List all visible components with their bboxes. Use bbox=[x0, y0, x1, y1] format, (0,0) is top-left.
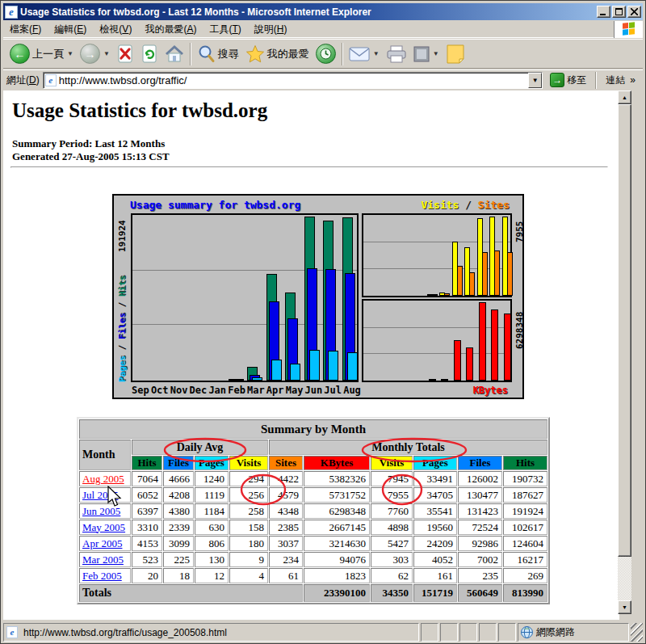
search-icon bbox=[197, 44, 216, 64]
messenger-button[interactable] bbox=[443, 41, 468, 67]
monthly-totals-group-header: Monthly Totals bbox=[269, 440, 547, 455]
menu-view[interactable]: 檢視(V) bbox=[93, 21, 138, 38]
menu-bar: 檔案(F) 編輯(E) 檢視(V) 我的最愛(A) 工具(T) 說明(H) bbox=[3, 21, 643, 38]
toolbar-separator bbox=[190, 43, 191, 65]
x-tick-label: May bbox=[285, 385, 304, 396]
month-cell: May 2005 bbox=[79, 520, 131, 535]
table-cell: 92986 bbox=[458, 536, 502, 551]
month-link[interactable]: Apr 2005 bbox=[82, 537, 122, 549]
links-button[interactable]: 連結 » bbox=[602, 71, 640, 90]
table-cell: 20 bbox=[132, 568, 162, 583]
bar-sites bbox=[469, 272, 475, 296]
forward-dropdown-icon[interactable]: ▼ bbox=[103, 50, 110, 57]
links-chevron-icon: » bbox=[630, 74, 636, 86]
back-button[interactable]: ← 上一頁 ▼ bbox=[6, 41, 77, 67]
edit-dropdown-icon[interactable]: ▼ bbox=[433, 50, 439, 57]
table-cell: 158 bbox=[229, 520, 268, 535]
x-tick-label: Oct bbox=[150, 385, 170, 396]
favorites-button[interactable]: 我的最愛 bbox=[242, 41, 313, 67]
zone-label: 網際網路 bbox=[536, 625, 575, 639]
month-cell: Jul 2005 bbox=[79, 487, 131, 503]
table-cell: 9 bbox=[229, 552, 268, 567]
page-content: Usage Statistics for twbsd.org Summary P… bbox=[3, 90, 619, 620]
resize-grip[interactable] bbox=[631, 623, 643, 642]
status-pane bbox=[440, 623, 458, 642]
table-cell: 35541 bbox=[413, 503, 457, 519]
x-tick-label: Apr bbox=[266, 385, 285, 396]
month-link[interactable]: Feb 2005 bbox=[82, 570, 122, 582]
table-cell: 294 bbox=[229, 471, 268, 486]
mail-button[interactable]: ▼ bbox=[346, 41, 383, 67]
kbytes-axis-label: KBytes bbox=[473, 385, 508, 396]
refresh-button[interactable] bbox=[137, 41, 162, 67]
table-cell: 4 bbox=[229, 568, 268, 583]
menu-help[interactable]: 說明(H) bbox=[248, 21, 294, 38]
back-dropdown-icon[interactable]: ▼ bbox=[67, 50, 73, 57]
table-cell: 191924 bbox=[503, 503, 547, 519]
table-row: Jun 200563974380118425843486298348776035… bbox=[79, 503, 547, 519]
menu-favorites[interactable]: 我的最愛(A) bbox=[138, 21, 203, 38]
table-cell: 7002 bbox=[458, 552, 502, 567]
go-button[interactable]: → 移至 bbox=[546, 71, 590, 90]
status-pane bbox=[479, 623, 497, 642]
bar-kbytes bbox=[454, 340, 461, 381]
menu-edit[interactable]: 編輯(E) bbox=[48, 21, 93, 38]
totals-cell: 813990 bbox=[503, 584, 547, 602]
summary-by-month-table: Summary by Month Month Daily Avg Monthly… bbox=[77, 417, 550, 604]
left-axis-series-label: Pages / Files / Hits bbox=[117, 276, 128, 383]
table-cell: 62 bbox=[371, 568, 413, 583]
table-cell: 34705 bbox=[413, 487, 457, 503]
address-dropdown-icon[interactable]: ▼ bbox=[528, 73, 542, 88]
status-bar: e http://www.twbsd.org/traffic/usage_200… bbox=[3, 621, 643, 642]
month-link[interactable]: Mar 2005 bbox=[82, 554, 124, 566]
table-cell: 72524 bbox=[458, 520, 502, 535]
table-cell: 2667145 bbox=[304, 520, 370, 535]
close-button[interactable] bbox=[627, 6, 641, 18]
vertical-scrollbar[interactable]: ▲ ▼ bbox=[618, 90, 631, 614]
scrollbar-thumb[interactable] bbox=[618, 104, 631, 557]
scroll-up-icon[interactable]: ▲ bbox=[618, 90, 631, 104]
table-cell: 6052 bbox=[132, 487, 162, 503]
menu-tools[interactable]: 工具(T) bbox=[203, 21, 247, 38]
legend-sites: Sites bbox=[478, 199, 510, 211]
print-button[interactable] bbox=[383, 41, 410, 67]
table-cell: 18 bbox=[163, 568, 194, 583]
month-link[interactable]: Jul 2005 bbox=[82, 489, 118, 501]
table-cell: 6298348 bbox=[304, 503, 370, 519]
scroll-down-icon[interactable]: ▼ bbox=[618, 600, 631, 614]
mail-icon bbox=[349, 46, 370, 62]
status-pane bbox=[459, 623, 477, 642]
table-cell: 256 bbox=[229, 487, 268, 503]
right-top-axis-max-label: 7955 bbox=[514, 221, 525, 243]
mail-dropdown-icon[interactable]: ▼ bbox=[373, 50, 380, 57]
visits-sites-plot bbox=[362, 213, 512, 297]
gridline bbox=[363, 268, 510, 269]
menu-file[interactable]: 檔案(F) bbox=[3, 21, 48, 38]
forward-button[interactable]: → ▼ bbox=[77, 41, 113, 67]
table-cell: 3099 bbox=[163, 536, 194, 551]
table-cell: 234 bbox=[269, 552, 303, 567]
month-link[interactable]: May 2005 bbox=[82, 521, 125, 533]
stop-button[interactable] bbox=[113, 41, 137, 67]
table-cell: 61 bbox=[269, 568, 303, 583]
address-input[interactable]: e http://www.twbsd.org/traffic/ ▼ bbox=[43, 72, 543, 89]
month-cell: Mar 2005 bbox=[79, 552, 131, 567]
month-link[interactable]: Aug 2005 bbox=[82, 473, 124, 485]
minimize-button[interactable] bbox=[597, 6, 610, 18]
edit-button[interactable]: ▼ bbox=[410, 41, 443, 67]
address-bar: 網址(D) e http://www.twbsd.org/traffic/ ▼ … bbox=[3, 69, 643, 90]
right-bottom-axis-max-label: 6298348 bbox=[514, 312, 525, 349]
history-button[interactable] bbox=[313, 41, 339, 67]
usage-summary-chart[interactable]: Usage summary for twbsd.org Visits / Sit… bbox=[112, 194, 524, 399]
table-row: Feb 2005201812461182362161235269 bbox=[79, 568, 547, 583]
search-button[interactable]: 搜尋 bbox=[194, 41, 242, 67]
home-icon bbox=[165, 44, 184, 64]
bar-pages bbox=[347, 352, 358, 381]
column-header: Files bbox=[163, 456, 194, 470]
totals-cell: 560649 bbox=[458, 584, 502, 602]
windows-logo bbox=[614, 21, 643, 38]
month-link[interactable]: Jun 2005 bbox=[82, 505, 120, 517]
table-cell: 2385 bbox=[269, 520, 303, 535]
home-button[interactable] bbox=[162, 41, 187, 67]
maximize-button[interactable] bbox=[612, 6, 626, 18]
